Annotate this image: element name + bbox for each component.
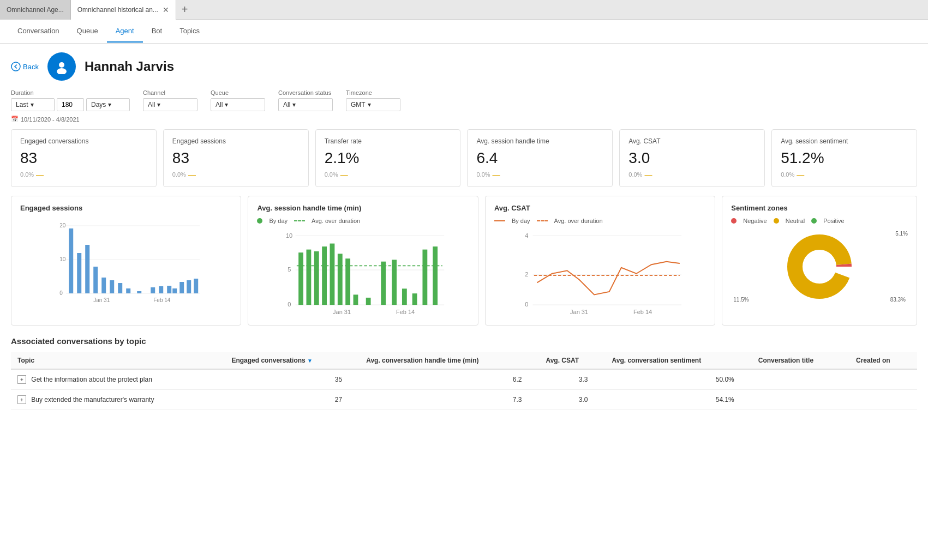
svg-rect-12 [93,267,98,293]
kpi-dash-icon-3: — [493,170,500,179]
svg-rect-15 [118,283,122,293]
svg-point-1 [59,62,64,68]
csat-chart: 4 2 0 Jan 31 Feb 14 [494,228,706,316]
svg-text:2: 2 [525,271,528,278]
svg-rect-35 [314,251,319,305]
svg-rect-42 [381,262,386,305]
channel-label: Channel [143,89,197,96]
svg-text:Feb 14: Feb 14 [153,297,171,303]
add-tab-button[interactable]: + [176,3,194,16]
browser-tab-2-label: Omnichannel historical an... [77,6,158,14]
nav-tab-queue[interactable]: Queue [68,20,107,43]
timezone-select[interactable]: GMT ▾ [346,98,400,111]
cell-avg-sentiment: 54.1% [606,390,752,410]
kpi-title-5: Avg. session sentiment [781,137,908,145]
duration-unit-select[interactable]: Days ▾ [86,98,130,111]
browser-tab-2[interactable]: Omnichannel historical an... ✕ [71,0,176,20]
kpi-dash-icon-0: — [36,170,44,179]
cell-engaged-conversations: 35 [225,369,360,390]
cell-avg-csat: 3.3 [539,369,605,390]
svg-rect-19 [159,286,163,293]
svg-rect-23 [187,280,191,293]
kpi-title-3: Avg. session handle time [476,137,603,145]
chevron-down-icon-2: ▾ [108,101,111,109]
close-tab-icon[interactable]: ✕ [163,5,169,14]
negative-dot [731,218,737,224]
kpi-title-1: Engaged sessions [172,137,300,145]
chart-title-sentiment: Sentiment zones [731,204,908,212]
svg-text:0: 0 [525,301,528,308]
nav-tabs: Conversation Queue Agent Bot Topics [0,20,928,44]
nav-tab-topics[interactable]: Topics [171,20,208,43]
kpi-change-4: 0.0% — [628,170,756,179]
avatar-icon [54,59,69,74]
topic-table: Topic Engaged conversations ▼ Avg. conve… [11,352,917,410]
neutral-dot [774,218,779,224]
kpi-dash-icon-5: — [797,170,804,179]
duration-preset-select[interactable]: Last ▾ [11,98,55,111]
cell-conversation-title [752,390,849,410]
kpi-dash-icon-1: — [188,170,196,179]
chart-title-engaged-sessions: Engaged sessions [20,204,232,212]
chart-sentiment-zones: Sentiment zones Negative Neutral Positiv… [722,196,917,326]
col-created-on: Created on [849,352,917,369]
duration-value-input[interactable] [57,98,84,111]
browser-tab-1-label: Omnichannel Age... [7,6,64,14]
cell-created-on [849,369,917,390]
positive-dot [811,218,817,224]
chevron-down-icon: ▾ [31,101,34,109]
svg-text:Jan 31: Jan 31 [570,309,588,315]
kpi-row: Engaged conversations 83 0.0% — Engaged … [11,129,917,187]
queue-select[interactable]: All ▾ [211,98,265,111]
chart-avg-handle-time: Avg. session handle time (min) By day Av… [248,196,478,326]
kpi-avg-csat: Avg. CSAT 3.0 0.0% — [619,129,765,187]
svg-point-0 [11,62,20,71]
svg-rect-40 [354,294,358,305]
svg-rect-14 [110,280,114,293]
cell-avg-handle-time: 7.3 [360,390,539,410]
browser-tabs: Omnichannel Age... Omnichannel historica… [0,0,928,20]
avatar [47,52,76,81]
kpi-value-0: 83 [20,149,147,167]
svg-rect-13 [101,278,106,293]
svg-text:Feb 14: Feb 14 [396,309,415,315]
svg-rect-18 [151,287,155,293]
by-day-dot [257,218,262,224]
kpi-change-1: 0.0% — [172,170,300,179]
nav-tab-agent[interactable]: Agent [107,20,143,43]
svg-rect-11 [85,245,89,293]
kpi-avg-handle-time: Avg. session handle time 6.4 0.0% — [467,129,613,187]
cell-engaged-conversations: 27 [225,390,360,410]
cell-topic: + Get the information about the protect … [11,369,225,390]
svg-rect-43 [392,260,397,305]
browser-tab-1[interactable]: Omnichannel Age... [0,0,71,20]
conv-status-label: Conversation status [278,89,333,96]
svg-rect-20 [167,286,171,293]
svg-rect-22 [179,282,184,293]
expand-row-button[interactable]: + [17,375,26,384]
kpi-title-4: Avg. CSAT [628,137,756,145]
svg-text:10: 10 [59,256,66,262]
channel-select[interactable]: All ▾ [143,98,197,111]
kpi-value-3: 6.4 [476,149,603,167]
back-button[interactable]: Back [11,62,39,71]
kpi-avg-sentiment: Avg. session sentiment 51.2% 0.0% — [771,129,917,187]
cell-avg-csat: 3.0 [539,390,605,410]
kpi-value-4: 3.0 [628,149,756,167]
col-engaged-conversations[interactable]: Engaged conversations ▼ [225,352,360,369]
kpi-change-5: 0.0% — [781,170,908,179]
agent-name: Hannah Jarvis [85,59,174,74]
cell-avg-sentiment: 50.0% [606,369,752,390]
col-avg-handle-time: Avg. conversation handle time (min) [360,352,539,369]
queue-label: Queue [211,89,265,96]
svg-rect-34 [307,250,312,305]
expand-row-button[interactable]: + [17,395,26,404]
nav-tab-conversation[interactable]: Conversation [9,20,68,43]
sort-arrow-icon: ▼ [307,358,313,364]
svg-rect-37 [330,244,335,305]
kpi-change-2: 0.0% — [325,170,452,179]
nav-tab-bot[interactable]: Bot [143,20,171,43]
conv-status-select[interactable]: All ▾ [278,98,333,111]
timezone-label: Timezone [346,89,400,96]
svg-rect-36 [322,246,327,305]
